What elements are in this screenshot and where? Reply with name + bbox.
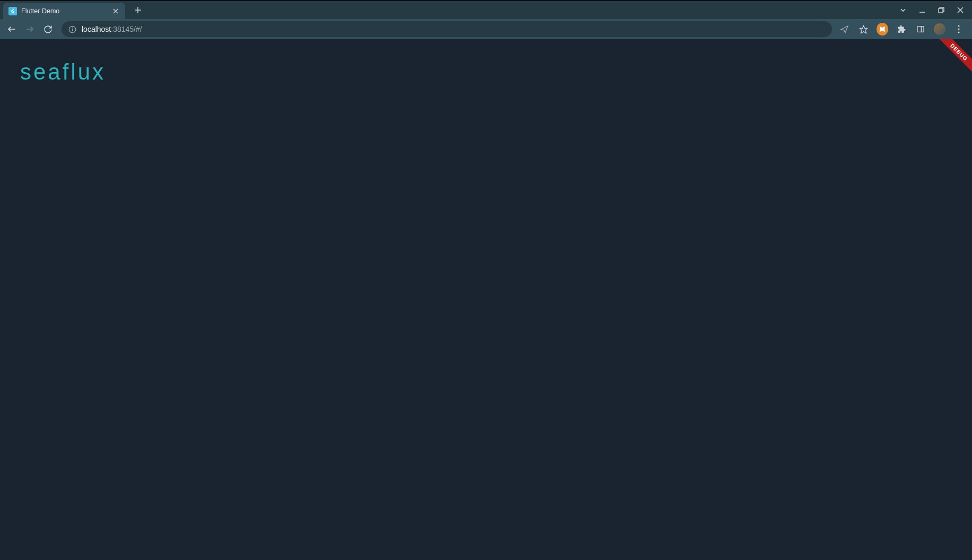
toolbar: localhost:38145/#/ <box>0 19 972 39</box>
extensions-puzzle-icon[interactable] <box>896 23 907 35</box>
url-path: :38145/#/ <box>111 25 142 33</box>
chevron-down-icon[interactable] <box>898 5 908 15</box>
send-icon[interactable] <box>838 23 850 35</box>
svg-rect-15 <box>917 27 924 32</box>
back-button[interactable] <box>4 22 19 37</box>
forward-button[interactable] <box>22 22 37 37</box>
page-viewport: seaflux DEBUG <box>0 39 972 560</box>
minimize-button[interactable] <box>917 5 927 15</box>
flutter-favicon-icon <box>8 7 17 15</box>
browser-window: Flutter Demo <box>0 0 972 560</box>
tab-strip: Flutter Demo <box>0 1 145 19</box>
menu-kebab-icon[interactable] <box>953 23 965 35</box>
new-tab-button[interactable] <box>130 3 145 18</box>
site-info-icon[interactable] <box>68 25 76 33</box>
address-bar[interactable]: localhost:38145/#/ <box>62 21 832 37</box>
debug-banner-label: DEBUG <box>934 39 972 77</box>
titlebar: Flutter Demo <box>0 0 972 19</box>
app-logo: seaflux <box>20 59 106 85</box>
maximize-button[interactable] <box>936 5 947 15</box>
svg-point-13 <box>72 28 73 28</box>
extension-metamask-icon[interactable] <box>877 23 888 35</box>
svg-rect-6 <box>939 8 943 13</box>
debug-banner: DEBUG <box>930 39 972 82</box>
profile-avatar-icon[interactable] <box>934 23 945 35</box>
svg-point-17 <box>958 25 959 27</box>
toolbar-actions <box>838 23 968 35</box>
svg-marker-14 <box>860 25 867 33</box>
reload-button[interactable] <box>40 22 55 37</box>
close-tab-button[interactable] <box>111 7 120 15</box>
tab-title: Flutter Demo <box>21 7 107 15</box>
svg-point-18 <box>958 28 959 30</box>
tab-active[interactable]: Flutter Demo <box>3 3 125 20</box>
close-window-button[interactable] <box>955 5 966 15</box>
url-text: localhost:38145/#/ <box>82 25 142 33</box>
window-controls <box>898 5 972 15</box>
side-panel-icon[interactable] <box>915 23 926 35</box>
url-host: localhost <box>82 25 111 33</box>
bookmark-star-icon[interactable] <box>857 23 869 35</box>
svg-point-19 <box>958 31 959 33</box>
